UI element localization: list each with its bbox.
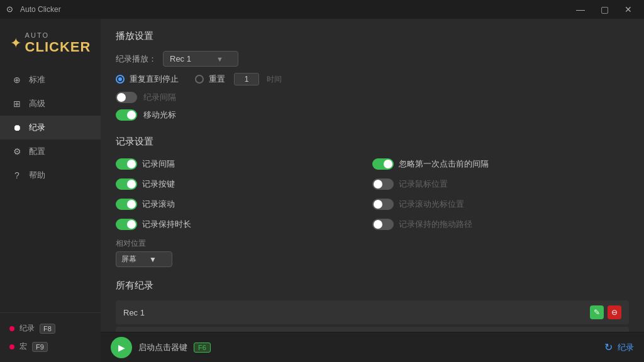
titlebar: ⊙ Auto Clicker — ▢ ✕ — [0, 0, 644, 19]
rec-delete-btn-1[interactable]: ⊖ — [608, 305, 621, 319]
record-bottom-label: 纪录 — [618, 342, 634, 353]
window-controls: — ▢ ✕ — [571, 0, 638, 19]
shortcut-record-label: 纪录 — [19, 323, 35, 334]
logo-star-icon: ✦ — [10, 35, 21, 52]
radio-repeat-until-stop[interactable] — [116, 75, 125, 84]
record-drag-row: 记录保持的拖动路径 — [372, 217, 629, 232]
rec-name-1: Rec 1 — [123, 308, 145, 317]
record-interval-row: 记录间隔 — [116, 156, 372, 172]
playback-dropdown-value: Rec 1 — [170, 54, 191, 63]
shortcut-record-key: F8 — [40, 324, 55, 334]
radio-repeat-label: 重复直到停止 — [130, 74, 179, 85]
record-settings-section: 记录设置 记录间隔 忽略第一次点击前的间隔 记录按键 — [116, 136, 629, 267]
main-layout: ✦ AUTO CLICKER ⊕ 标准 ⊞ 高级 ⏺ 纪录 ⚙ 配置 — [0, 19, 644, 362]
dot-record — [9, 326, 14, 331]
relative-dropdown-arrow: ▼ — [149, 255, 157, 264]
toggle-drag-path[interactable] — [372, 219, 394, 230]
refresh-record-button[interactable]: ↻ 纪录 — [604, 341, 634, 353]
logo-auto-text: AUTO — [25, 31, 91, 39]
interval-toggle-row: 纪录间隔 — [116, 92, 629, 103]
radio-group-reset: 重置 时间 — [195, 73, 282, 85]
sidebar: ✦ AUTO CLICKER ⊕ 标准 ⊞ 高级 ⏺ 纪录 ⚙ 配置 — [0, 19, 101, 362]
record-scroll-pos-row: 记录滚动光标位置 — [372, 197, 629, 212]
advanced-icon: ⊞ — [11, 99, 23, 109]
rec-edit-btn-1[interactable]: ✎ — [590, 305, 604, 319]
start-label: 启动点击器键 — [138, 342, 187, 353]
start-key-badge: F6 — [194, 343, 211, 353]
sidebar-shortcuts: 纪录 F8 宏 F9 — [0, 312, 101, 362]
recordings-title: 所有纪录 — [116, 280, 629, 292]
relative-pos-row: 相对位置 屏幕 ▼ — [116, 238, 629, 267]
label-scroll-pos: 记录滚动光标位置 — [399, 199, 464, 210]
sidebar-label-standard: 标准 — [29, 74, 45, 85]
help-icon: ? — [11, 170, 23, 180]
playback-row: 纪录播放： Rec 1 ▼ — [116, 51, 629, 67]
logo-area: ✦ AUTO CLICKER — [0, 25, 101, 68]
interval-toggle-label: 纪录间隔 — [143, 92, 176, 103]
playback-title: 播放设置 — [116, 30, 629, 42]
toggle-hold-dur[interactable] — [116, 219, 137, 230]
shortcut-record: 纪录 F8 — [0, 319, 101, 337]
radio-group-repeat: 重复直到停止 — [116, 74, 179, 85]
cursor-toggle-row: 移动光标 — [116, 109, 629, 121]
repeat-count-input[interactable] — [234, 73, 259, 85]
toggle-scroll-pos[interactable] — [372, 199, 394, 210]
relative-dropdown-value: 屏幕 — [121, 254, 136, 265]
label-record-interval: 记录间隔 — [142, 158, 175, 170]
sidebar-item-standard[interactable]: ⊕ 标准 — [0, 68, 101, 92]
label-record-scroll: 记录滚动 — [142, 199, 175, 210]
sidebar-item-record[interactable]: ⏺ 纪录 — [0, 116, 101, 140]
label-mouse-pos: 记录鼠标位置 — [399, 178, 448, 190]
refresh-icon: ↻ — [604, 341, 613, 353]
sidebar-item-advanced[interactable]: ⊞ 高级 — [0, 92, 101, 116]
app-icon: ⊙ — [6, 4, 16, 14]
record-settings-title: 记录设置 — [116, 136, 629, 148]
sidebar-label-advanced: 高级 — [29, 98, 45, 109]
toggle-record-scroll[interactable] — [116, 199, 137, 210]
sidebar-label-help: 帮助 — [29, 170, 45, 181]
playback-dropdown[interactable]: Rec 1 ▼ — [163, 51, 238, 67]
record-icon: ⏺ — [11, 123, 23, 133]
start-play-button[interactable]: ▶ — [111, 337, 132, 358]
minimize-button[interactable]: — — [571, 0, 590, 19]
close-button[interactable]: ✕ — [619, 0, 638, 19]
logo-box: ✦ AUTO CLICKER — [10, 31, 91, 55]
cursor-toggle-label: 移动光标 — [143, 109, 176, 121]
sidebar-item-config[interactable]: ⚙ 配置 — [0, 140, 101, 163]
config-icon: ⚙ — [11, 146, 23, 156]
label-record-key: 记录按键 — [142, 178, 175, 190]
content-area: 播放设置 纪录播放： Rec 1 ▼ 重复直到停止 重置 时间 — [101, 19, 644, 362]
toggle-ignore-first[interactable] — [372, 158, 394, 170]
sidebar-item-help[interactable]: ? 帮助 — [0, 163, 101, 187]
shortcut-macro-key: F9 — [32, 342, 48, 352]
record-playback-label: 纪录播放： — [116, 53, 157, 65]
sidebar-label-config: 配置 — [29, 146, 45, 157]
record-settings-grid: 记录间隔 忽略第一次点击前的间隔 记录按键 记录鼠标位置 — [116, 156, 629, 232]
dot-macro — [9, 344, 14, 349]
standard-icon: ⊕ — [11, 75, 23, 85]
playback-section: 播放设置 纪录播放： Rec 1 ▼ 重复直到停止 重置 时间 — [116, 30, 629, 121]
record-hold-row: 记录保持时长 — [116, 217, 372, 232]
radio-reset-label: 重置 — [209, 74, 225, 85]
label-ignore-first: 忽略第一次点击前的间隔 — [399, 158, 489, 170]
rec-item-1: Rec 1 ✎ ⊖ — [116, 300, 629, 324]
playback-dropdown-arrow: ▼ — [216, 55, 223, 63]
rec-actions-1: ✎ ⊖ — [590, 305, 621, 319]
interval-toggle[interactable] — [116, 92, 137, 103]
repeat-row: 重复直到停止 重置 时间 — [116, 73, 629, 85]
relative-dropdown[interactable]: 屏幕 ▼ — [116, 251, 172, 267]
label-drag-path: 记录保持的拖动路径 — [399, 219, 472, 230]
toggle-record-key[interactable] — [116, 178, 137, 190]
window-title: Auto Clicker — [20, 5, 571, 14]
time-label: 时间 — [267, 74, 282, 85]
label-hold-dur: 记录保持时长 — [142, 219, 191, 230]
cursor-toggle[interactable] — [116, 109, 137, 121]
toggle-mouse-pos[interactable] — [372, 178, 394, 190]
record-scroll-row: 记录滚动 — [116, 197, 372, 212]
maximize-button[interactable]: ▢ — [595, 0, 614, 19]
radio-reset[interactable] — [195, 75, 204, 84]
toggle-record-interval[interactable] — [116, 158, 137, 170]
sidebar-label-record: 纪录 — [29, 122, 45, 133]
relative-label: 相对位置 — [116, 238, 629, 249]
logo-clicker-text: CLICKER — [25, 39, 91, 55]
